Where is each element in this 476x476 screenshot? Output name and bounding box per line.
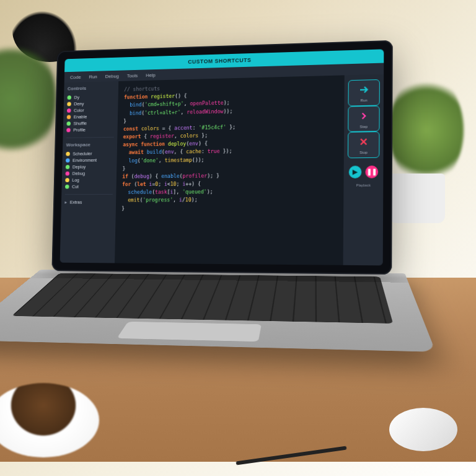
tool-stop-button[interactable]: Stop [348,131,380,158]
chev-icon [358,110,370,123]
sidebar-item-label: Profile [73,127,86,133]
code-line: schedule(task[i], 'queued'); [122,187,338,196]
tool-label: Step [359,125,368,129]
color-dot-icon [66,128,71,133]
sidebar-item-label: Deploy [73,164,86,170]
sidebar-footer[interactable]: ▸ Extras [64,199,112,206]
playback-caption: Playback [356,183,371,187]
menu-tools[interactable]: Tools [127,73,138,78]
color-dot-icon [66,165,70,169]
sidebar-item-label: Cut [72,184,79,190]
menu-debug[interactable]: Debug [105,73,119,79]
trackpad [117,322,261,342]
menu-run[interactable]: Run [89,74,97,79]
menu-help[interactable]: Help [146,72,156,77]
color-dot-icon [66,121,71,126]
sidebar: Controls DyDenyColorEnableShuffleProfile… [60,81,119,263]
sidebar-item-cut[interactable]: Cut [65,183,113,190]
sidebar-section-title: Workspace [66,142,114,148]
sidebar-footer-label: Extras [70,200,82,205]
color-dot-icon [67,95,71,100]
sidebar-divider [65,194,113,195]
color-dot-icon [66,152,70,156]
sidebar-item-label: Scheduler [73,151,92,156]
ide-window: CUSTOM SHORTCUTS CodeRunDebugToolsHelp C… [60,49,384,265]
color-dot-icon [67,108,71,113]
sidebar-item-label: Enable [74,114,87,120]
color-dot-icon [67,102,71,106]
sidebar-item-label: Shuffle [73,121,87,126]
sidebar-item-deploy[interactable]: Deploy [66,163,113,170]
color-dot-icon [65,185,69,189]
sidebar-item-label: Dy [74,95,79,100]
play-button[interactable]: ▶ [349,165,362,178]
tool-rail: RunStepStop ▶ ❚❚ Playback [343,74,384,266]
laptop-base [0,270,436,352]
mouse [389,408,457,451]
tool-step-button[interactable]: Step [348,105,379,132]
sidebar-item-label: Color [74,108,84,113]
arrow-icon [358,84,370,97]
tool-run-button[interactable]: Run [348,79,379,106]
code-editor[interactable]: // shortcutsfunction register() { bind('… [115,75,345,265]
pause-button[interactable]: ❚❚ [365,165,378,178]
keyboard [12,273,394,324]
code-line: } [121,204,337,213]
sidebar-item-debug[interactable]: Debug [65,170,113,177]
menu-code[interactable]: Code [70,74,81,80]
playback-controls: ▶ ❚❚ [349,165,378,178]
sidebar-item-label: Debug [73,170,86,176]
sidebar-item-label: Deny [74,101,84,107]
sidebar-item-environment[interactable]: Environment [66,157,113,164]
color-dot-icon [66,172,70,176]
sidebar-divider [66,137,114,138]
app-title: CUSTOM SHORTCUTS [188,57,251,65]
sidebar-item-log[interactable]: Log [65,177,113,183]
color-dot-icon [67,115,71,119]
laptop: CUSTOM SHORTCUTS CodeRunDebugToolsHelp C… [49,40,406,398]
workspace: Controls DyDenyColorEnableShuffleProfile… [60,74,384,266]
tool-label: Run [360,99,367,103]
tool-label: Stop [359,151,368,155]
screen-bezel: CUSTOM SHORTCUTS CodeRunDebugToolsHelp C… [51,40,392,275]
sidebar-section-title: Controls [68,85,115,92]
sidebar-item-label: Log [72,177,79,183]
color-dot-icon [66,158,70,162]
x-icon [358,136,369,149]
color-dot-icon [65,178,69,182]
sidebar-item-profile[interactable]: Profile [66,126,114,133]
sidebar-item-label: Environment [73,157,97,163]
code-line: emit('progress', i/10); [121,196,337,205]
